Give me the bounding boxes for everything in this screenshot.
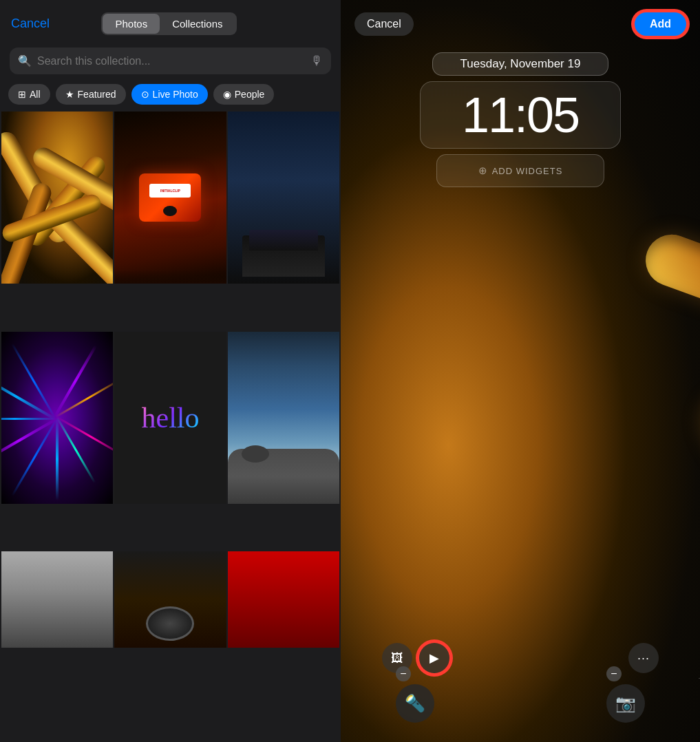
search-bar: 🔍 🎙: [10, 47, 331, 74]
utility-row: − 🔦 − 📷: [341, 666, 700, 723]
tab-collections[interactable]: Collections: [160, 14, 235, 34]
person-icon: ◉: [223, 89, 231, 100]
mic-icon[interactable]: 🎙: [310, 54, 323, 68]
search-input[interactable]: [37, 55, 305, 67]
filter-people-label: People: [235, 89, 265, 100]
photo-item-6[interactable]: [228, 332, 339, 504]
widget-plus-icon: ⊕: [478, 165, 488, 177]
cancel-button-right[interactable]: Cancel: [354, 12, 414, 36]
photo-item-2[interactable]: INITIALCLIP: [114, 112, 226, 284]
cancel-button-left[interactable]: Cancel: [11, 17, 50, 31]
filter-people[interactable]: ◉ People: [213, 84, 275, 105]
photo-item-7[interactable]: [1, 551, 113, 648]
widget-area[interactable]: ⊕ ADD WIDGETS: [436, 154, 605, 187]
photo-item-4[interactable]: [1, 332, 113, 504]
flashlight-button[interactable]: 🔦: [396, 684, 434, 723]
photo-item-9[interactable]: [228, 551, 339, 648]
live-photo-icon: ⊙: [141, 89, 149, 100]
filter-live-photo[interactable]: ⊙ Live Photo: [131, 84, 208, 105]
tab-photos[interactable]: Photos: [103, 14, 160, 34]
date-display: Tuesday, November 19: [432, 52, 609, 76]
flashlight-button-wrap: − 🔦: [396, 666, 434, 723]
photo-item-5[interactable]: hello: [114, 332, 226, 504]
photo-item-1[interactable]: [1, 112, 113, 284]
filter-all-label: All: [30, 89, 41, 100]
ellipsis-icon: ···: [637, 651, 650, 666]
camera-button[interactable]: 📷: [606, 684, 645, 723]
photo-item-8[interactable]: [114, 551, 226, 648]
search-icon: 🔍: [18, 54, 32, 67]
flashlight-icon: 🔦: [405, 694, 425, 713]
camera-icon: 📷: [615, 694, 636, 713]
photo-grid: INITIALCLIP: [0, 112, 341, 742]
photos-icon: 🖼: [391, 651, 403, 666]
add-button[interactable]: Add: [635, 12, 686, 36]
filter-live-photo-label: Live Photo: [153, 89, 198, 100]
hello-text: hello: [142, 401, 200, 434]
photo-item-3[interactable]: [228, 112, 339, 284]
filter-bar: ⊞ All ★ Featured ⊙ Live Photo ◉ People: [0, 80, 341, 112]
lockscreen-preview-panel: Cancel Add Tuesday, November 19 11:05 ⊕ …: [341, 0, 700, 742]
tab-segment-control: Photos Collections: [101, 12, 236, 35]
minus-badge-right[interactable]: −: [606, 666, 622, 681]
lockscreen-topbar: Cancel Add: [341, 0, 700, 43]
widget-label: ADD WIDGETS: [492, 166, 563, 176]
picker-top-bar: Cancel Photos Collections: [0, 0, 341, 42]
time-display: 11:05: [420, 81, 621, 149]
star-icon: ★: [65, 89, 74, 100]
play-icon: ▶: [429, 650, 439, 666]
lockscreen-overlay: Cancel Add Tuesday, November 19 11:05 ⊕ …: [341, 0, 700, 742]
filter-all[interactable]: ⊞ All: [8, 84, 50, 105]
filter-featured-label: Featured: [78, 89, 116, 100]
minus-badge-left[interactable]: −: [396, 666, 411, 681]
all-icon: ⊞: [18, 89, 26, 100]
photos-picker-panel: Cancel Photos Collections 🔍 🎙 ⊞ All ★ Fe…: [0, 0, 341, 742]
camera-button-wrap: − 📷: [606, 666, 645, 723]
filter-featured[interactable]: ★ Featured: [56, 84, 126, 105]
